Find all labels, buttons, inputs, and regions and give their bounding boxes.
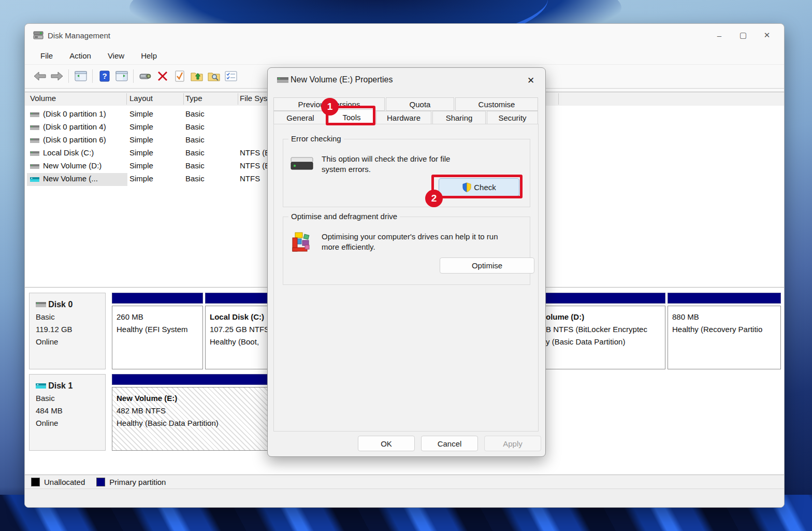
toolbar-separator (68, 69, 69, 83)
hard-drive-icon (291, 157, 313, 170)
desktop: Disk Management – ▢ ✕ File Action View H… (0, 0, 812, 531)
volume-type: Basic (185, 148, 205, 157)
volume-layout: Simple (129, 148, 153, 157)
tab-hardware[interactable]: Hardware (376, 111, 431, 124)
disk0-type: Basic (36, 311, 105, 323)
error-checking-description: This option will check the drive for fil… (322, 154, 450, 175)
partition-efi[interactable]: 260 MB Healthy (EFI System (112, 293, 203, 369)
tab-general[interactable]: General (273, 111, 327, 124)
col-layout[interactable]: Layout (129, 94, 153, 103)
tab-quota[interactable]: Quota (386, 97, 454, 111)
window-title: Disk Management (48, 31, 110, 40)
annotation-step-1: 1 (321, 98, 339, 116)
partition-size: 260 MB (117, 311, 202, 323)
disk1-size: 484 MB (36, 405, 105, 417)
optimise-button-label: Optimise (472, 261, 502, 270)
volume-layout: Simple (129, 174, 153, 183)
optimise-description: Optimising your computer's drives can he… (322, 232, 498, 252)
primary-partition-label: Primary partition (109, 478, 166, 486)
forward-arrow-icon[interactable] (50, 69, 64, 83)
volume-name: Local Disk (C:) (43, 148, 94, 157)
back-arrow-icon[interactable] (33, 69, 47, 83)
volume-layout: Simple (129, 122, 153, 131)
defragment-icon (292, 231, 312, 253)
tab-sharing[interactable]: Sharing (432, 111, 486, 124)
show-action-pane-icon[interactable] (114, 69, 128, 83)
ok-button[interactable]: OK (358, 436, 415, 451)
delete-icon[interactable] (155, 69, 169, 83)
tab-customise[interactable]: Customise (455, 97, 538, 111)
export-folder-icon[interactable] (190, 69, 204, 83)
ok-button-label: OK (381, 439, 392, 448)
optimise-label: Optimise and defragment drive (288, 212, 400, 221)
partition-recovery[interactable]: 880 MB Healthy (Recovery Partitio (668, 293, 781, 369)
toolbar-separator (133, 69, 134, 83)
column-divider[interactable] (238, 93, 238, 105)
dialog-title-bar[interactable]: New Volume (E:) Properties ✕ (268, 68, 545, 92)
column-divider[interactable] (558, 93, 559, 105)
check-document-icon[interactable] (172, 69, 186, 83)
maximize-button[interactable]: ▢ (731, 26, 755, 44)
minimize-button[interactable]: – (707, 26, 731, 44)
remote-computer-icon[interactable] (138, 69, 152, 83)
show-console-tree-icon[interactable] (74, 69, 88, 83)
volume-type: Basic (185, 109, 205, 118)
volume-layout: Simple (129, 135, 153, 144)
column-divider[interactable] (126, 93, 127, 105)
properties-dialog: New Volume (E:) Properties ✕ Previous Ve… (267, 67, 546, 457)
dialog-title: New Volume (E:) Properties (291, 75, 393, 84)
disk1-status: Online (36, 417, 105, 429)
optimise-button[interactable]: Optimise (440, 257, 534, 274)
apply-button[interactable]: Apply (484, 436, 541, 451)
disk0-size: 119.12 GB (36, 323, 105, 336)
disk1-name: Disk 1 (48, 381, 72, 390)
cancel-button-label: Cancel (438, 439, 462, 448)
volume-type: Basic (185, 122, 205, 131)
partition-title: olume (D:) (546, 311, 665, 323)
volume-name: (Disk 0 partition 4) (43, 122, 106, 131)
menu-action[interactable]: Action (63, 49, 97, 62)
unallocated-swatch (31, 478, 40, 486)
tab-security[interactable]: Security (487, 111, 538, 124)
partition-d[interactable]: olume (D:) B NTFS (BitLocker Encryptec y… (541, 293, 665, 369)
partition-bar (668, 293, 781, 304)
menu-view[interactable]: View (102, 49, 130, 62)
partition-bar (541, 293, 665, 304)
volume-type: Basic (185, 161, 205, 170)
svg-text:?: ? (102, 71, 107, 80)
volume-type: Basic (185, 174, 205, 183)
partition-status: Healthy (Recovery Partitio (672, 323, 780, 336)
partition-status: y (Basic Data Partition) (546, 336, 665, 348)
column-divider[interactable] (183, 93, 184, 105)
menu-bar: File Action View Help (25, 47, 784, 65)
partition-bar (112, 293, 203, 304)
volume-layout: Simple (129, 161, 153, 170)
volume-type: Basic (185, 135, 205, 144)
title-bar[interactable]: Disk Management – ▢ ✕ (25, 24, 784, 47)
menu-help[interactable]: Help (135, 49, 163, 62)
drive-icon (277, 77, 288, 83)
disk0-status: Online (36, 336, 105, 348)
volume-name: New Volume (... (43, 174, 98, 183)
disk-management-app-icon (33, 31, 44, 39)
disk0-info[interactable]: Disk 0 Basic 119.12 GB Online (29, 293, 106, 369)
error-checking-label: Error checking (288, 134, 344, 143)
disk1-info[interactable]: Disk 1 Basic 484 MB Online (29, 374, 106, 451)
menu-file[interactable]: File (34, 49, 59, 62)
volume-name: (Disk 0 partition 6) (43, 135, 106, 144)
search-folder-icon[interactable] (207, 69, 221, 83)
partition-size: B NTFS (BitLocker Encryptec (546, 323, 665, 336)
volume-name: New Volume (D:) (43, 161, 102, 170)
help-icon[interactable]: ? (97, 69, 111, 83)
disk1-type: Basic (36, 392, 105, 405)
cancel-button[interactable]: Cancel (421, 436, 478, 451)
close-button[interactable]: ✕ (755, 26, 779, 44)
volume-name: (Disk 0 partition 1) (43, 109, 106, 118)
volume-layout: Simple (129, 109, 153, 118)
col-volume[interactable]: Volume (30, 94, 56, 103)
primary-partition-swatch (96, 478, 105, 486)
dialog-close-icon[interactable]: ✕ (525, 74, 537, 87)
col-type[interactable]: Type (185, 94, 202, 103)
properties-list-icon[interactable] (224, 69, 238, 83)
annotation-step-2: 2 (425, 190, 443, 207)
